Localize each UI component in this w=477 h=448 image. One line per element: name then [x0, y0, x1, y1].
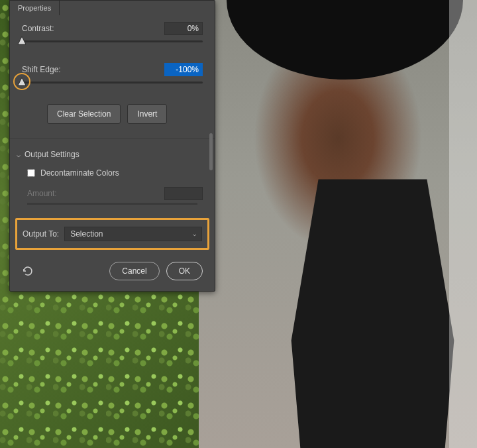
amount-slider	[27, 203, 197, 205]
contrast-value-input[interactable]: 0%	[164, 22, 203, 35]
subject-photo	[199, 0, 477, 448]
shift-edge-slider[interactable]	[22, 79, 203, 92]
shift-edge-row: Shift Edge: -100%	[22, 63, 203, 76]
output-to-highlight: Output To: Selection ⌵	[15, 218, 209, 250]
output-settings-header[interactable]: ⌵ Output Settings	[17, 150, 203, 159]
divider	[10, 139, 215, 139]
output-to-label: Output To:	[23, 229, 59, 239]
output-to-value: Selection	[70, 229, 103, 239]
panel-footer: Cancel OK	[22, 262, 203, 280]
contrast-slider[interactable]	[22, 38, 203, 51]
contrast-row: Contrast: 0%	[22, 22, 203, 35]
scrollbar-thumb[interactable]	[209, 133, 213, 170]
shift-edge-value-input[interactable]: -100%	[164, 63, 203, 76]
properties-panel: Properties Contrast: 0% Shift Edge: -100…	[9, 0, 215, 292]
contrast-label: Contrast:	[22, 24, 54, 33]
chevron-down-icon: ⌵	[17, 151, 21, 158]
shift-edge-slider-thumb[interactable]	[17, 76, 27, 87]
ok-button[interactable]: OK	[166, 262, 203, 280]
subject-hat	[227, 0, 463, 80]
decontaminate-label: Decontaminate Colors	[40, 168, 119, 178]
output-to-dropdown[interactable]: Selection ⌵	[64, 227, 202, 241]
decontaminate-row: Decontaminate Colors	[27, 168, 203, 178]
clear-selection-button[interactable]: Clear Selection	[47, 104, 121, 124]
shift-edge-label: Shift Edge:	[22, 65, 61, 74]
reset-icon[interactable]	[22, 265, 34, 277]
cancel-button[interactable]: Cancel	[109, 262, 159, 280]
output-settings-label: Output Settings	[25, 150, 80, 159]
contrast-slider-thumb[interactable]	[17, 35, 27, 46]
amount-row: Amount:	[27, 187, 203, 200]
amount-label: Amount:	[27, 189, 57, 198]
amount-value-input	[164, 187, 203, 200]
decontaminate-checkbox[interactable]	[27, 169, 35, 177]
selection-buttons-row: Clear Selection Invert	[47, 104, 203, 124]
panel-tab-properties[interactable]: Properties	[9, 0, 60, 15]
chevron-down-icon: ⌵	[193, 231, 196, 237]
invert-button[interactable]: Invert	[127, 104, 167, 124]
